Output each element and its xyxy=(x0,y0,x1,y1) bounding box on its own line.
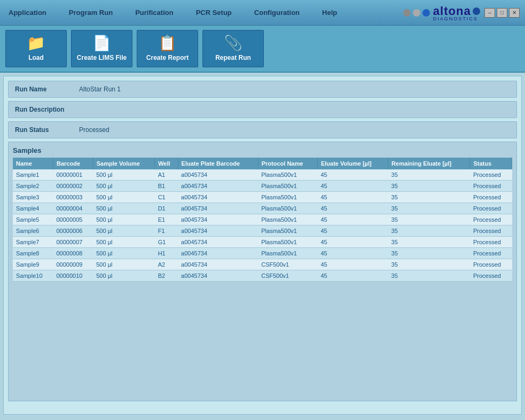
cell-1-5: Plasma500v1 xyxy=(258,181,317,192)
cell-6-4: a0045734 xyxy=(178,237,258,248)
col-header-6: Eluate Volume [µl] xyxy=(317,158,388,169)
col-header-1: Barcode xyxy=(53,158,93,169)
table-row[interactable]: Sample300000003500 µlC1a0045734Plasma500… xyxy=(13,192,512,203)
cell-6-1: 00000007 xyxy=(53,237,93,248)
nav-application[interactable]: Application xyxy=(5,6,50,19)
cell-2-2: 500 µl xyxy=(93,192,154,203)
cell-8-5: CSF500v1 xyxy=(258,259,317,270)
table-row[interactable]: Sample700000007500 µlG1a0045734Plasma500… xyxy=(13,237,512,248)
cell-7-1: 00000008 xyxy=(53,248,93,259)
cell-7-8: Processed xyxy=(470,248,512,259)
samples-table-body: Sample100000001500 µlA1a0045734Plasma500… xyxy=(13,169,512,282)
cell-9-4: a0045734 xyxy=(178,270,258,282)
cell-3-0: Sample4 xyxy=(13,203,53,214)
cell-7-3: H1 xyxy=(155,248,178,259)
cell-8-1: 00000009 xyxy=(53,259,93,270)
cell-8-0: Sample9 xyxy=(13,259,53,270)
cell-7-6: 45 xyxy=(317,248,388,259)
cell-0-6: 45 xyxy=(317,169,388,181)
cell-8-4: a0045734 xyxy=(178,259,258,270)
col-header-4: Eluate Plate Barcode xyxy=(178,158,258,169)
run-name-row: Run Name AltoStar Run 1 xyxy=(8,81,517,98)
run-status-label: Run Status xyxy=(15,126,68,134)
col-header-5: Protocol Name xyxy=(258,158,317,169)
btn-load[interactable]: 📁Load xyxy=(5,30,67,67)
cell-6-3: G1 xyxy=(155,237,178,248)
cell-5-3: F1 xyxy=(155,225,178,237)
cell-0-1: 00000001 xyxy=(53,169,93,181)
table-row[interactable]: Sample200000002500 µlB1a0045734Plasma500… xyxy=(13,181,512,192)
cell-1-8: Processed xyxy=(470,181,512,192)
logo-name: altona xyxy=(433,4,471,18)
logo-dot-end xyxy=(473,7,480,15)
cell-8-3: A2 xyxy=(155,259,178,270)
cell-5-4: a0045734 xyxy=(178,225,258,237)
samples-section: Samples NameBarcodeSample VolumeWellElua… xyxy=(8,142,517,401)
cell-7-0: Sample8 xyxy=(13,248,53,259)
cell-2-4: a0045734 xyxy=(178,192,258,203)
cell-5-0: Sample6 xyxy=(13,225,53,237)
cell-0-8: Processed xyxy=(470,169,512,181)
cell-1-6: 45 xyxy=(317,181,388,192)
cell-4-2: 500 µl xyxy=(93,214,154,225)
cell-5-2: 500 µl xyxy=(93,225,154,237)
cell-0-5: Plasma500v1 xyxy=(258,169,317,181)
nav-help[interactable]: Help xyxy=(319,6,340,19)
maximize-button[interactable]: □ xyxy=(497,8,507,18)
cell-9-6: 45 xyxy=(317,270,388,282)
logo-area: altona DIAGNOSTICS xyxy=(403,4,480,21)
cell-0-2: 500 µl xyxy=(93,169,154,181)
logo-text-area: altona DIAGNOSTICS xyxy=(433,4,480,21)
close-button[interactable]: ✕ xyxy=(509,8,520,18)
btn-lims-icon: 📄 xyxy=(92,36,111,51)
cell-9-5: CSF500v1 xyxy=(258,270,317,282)
table-row[interactable]: Sample1000000010500 µlB2a0045734CSF500v1… xyxy=(13,270,512,282)
table-row[interactable]: Sample800000008500 µlH1a0045734Plasma500… xyxy=(13,248,512,259)
table-row[interactable]: Sample600000006500 µlF1a0045734Plasma500… xyxy=(13,225,512,237)
table-row[interactable]: Sample500000005500 µlE1a0045734Plasma500… xyxy=(13,214,512,225)
cell-5-7: 35 xyxy=(388,225,470,237)
cell-4-4: a0045734 xyxy=(178,214,258,225)
cell-2-5: Plasma500v1 xyxy=(258,192,317,203)
cell-0-7: 35 xyxy=(388,169,470,181)
cell-5-8: Processed xyxy=(470,225,512,237)
btn-report[interactable]: 📋Create Report xyxy=(137,30,198,67)
run-description-label: Run Description xyxy=(15,106,68,113)
logo-sub: DIAGNOSTICS xyxy=(433,16,480,21)
nav-pcr-setup[interactable]: PCR Setup xyxy=(193,6,235,19)
cell-3-8: Processed xyxy=(470,203,512,214)
nav-purification[interactable]: Purification xyxy=(132,6,177,19)
cell-8-6: 45 xyxy=(317,259,388,270)
cell-3-7: 35 xyxy=(388,203,470,214)
cell-4-5: Plasma500v1 xyxy=(258,214,317,225)
cell-3-2: 500 µl xyxy=(93,203,154,214)
nav-configuration[interactable]: Configuration xyxy=(251,6,303,19)
toolbar: 📁Load📄Create LIMS File📋Create Report📎Rep… xyxy=(0,26,525,73)
cell-1-3: B1 xyxy=(155,181,178,192)
btn-lims-label: Create LIMS File xyxy=(77,54,127,61)
btn-repeat[interactable]: 📎Repeat Run xyxy=(202,30,264,67)
nav-program-run[interactable]: Program Run xyxy=(66,6,116,19)
btn-report-label: Create Report xyxy=(146,54,189,61)
table-row[interactable]: Sample400000004500 µlD1a0045734Plasma500… xyxy=(13,203,512,214)
table-row[interactable]: Sample100000001500 µlA1a0045734Plasma500… xyxy=(13,169,512,181)
cell-9-0: Sample10 xyxy=(13,270,53,282)
cell-6-5: Plasma500v1 xyxy=(258,237,317,248)
btn-repeat-icon: 📎 xyxy=(224,36,242,51)
btn-lims[interactable]: 📄Create LIMS File xyxy=(71,30,132,67)
cell-6-0: Sample7 xyxy=(13,237,53,248)
col-header-0: Name xyxy=(13,158,53,169)
nav-menu: ApplicationProgram RunPurificationPCR Se… xyxy=(5,6,340,19)
cell-9-8: Processed xyxy=(470,270,512,282)
cell-9-7: 35 xyxy=(388,270,470,282)
cell-3-4: a0045734 xyxy=(178,203,258,214)
cell-4-1: 00000005 xyxy=(53,214,93,225)
table-row[interactable]: Sample900000009500 µlA2a0045734CSF500v14… xyxy=(13,259,512,270)
cell-1-0: Sample2 xyxy=(13,181,53,192)
window-controls: – □ ✕ xyxy=(484,8,520,18)
minimize-button[interactable]: – xyxy=(484,8,495,18)
cell-8-2: 500 µl xyxy=(93,259,154,270)
cell-3-1: 00000004 xyxy=(53,203,93,214)
cell-9-1: 00000010 xyxy=(53,270,93,282)
cell-6-2: 500 µl xyxy=(93,237,154,248)
